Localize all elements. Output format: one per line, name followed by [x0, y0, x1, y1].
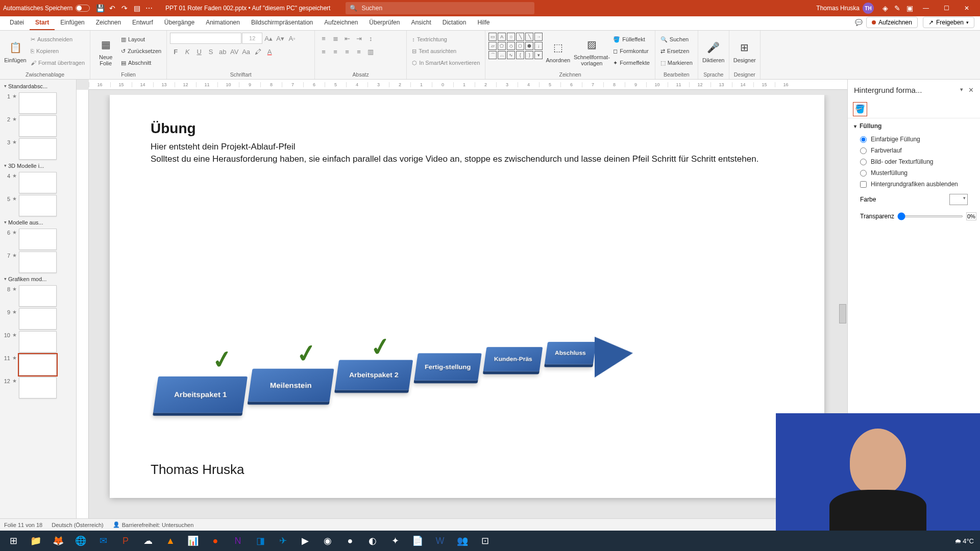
pen-icon[interactable]: ✎: [892, 3, 903, 14]
app-icon[interactable]: 📊: [182, 531, 204, 551]
slide-thumbnails[interactable]: Standardabsc... 1★ 2★ 3★ 3D Modelle i...…: [0, 80, 77, 539]
chrome-icon[interactable]: 🌐: [69, 531, 92, 551]
thumb-12[interactable]: 12★: [3, 377, 73, 398]
tab-datei[interactable]: Datei: [4, 16, 30, 30]
thumb-8[interactable]: 8★: [3, 285, 73, 307]
app-icon[interactable]: ✦: [384, 531, 406, 551]
comments-icon[interactable]: 💬: [855, 19, 863, 26]
powerpoint-icon[interactable]: P: [114, 531, 137, 551]
slide-canvas[interactable]: Übung Hier entsteht dein Projekt-Ablauf-…: [110, 95, 824, 498]
strike-button[interactable]: S: [205, 46, 216, 57]
scrollbar-vertical[interactable]: [839, 304, 846, 323]
app-icon[interactable]: ◐: [361, 531, 384, 551]
slide-author[interactable]: Thomas Hruska: [151, 462, 244, 478]
section-header[interactable]: Standardabsc...: [1, 82, 75, 91]
telegram-icon[interactable]: ✈: [272, 531, 294, 551]
thumb-10[interactable]: 10★: [3, 331, 73, 353]
color-picker[interactable]: [949, 194, 968, 205]
vscode-icon[interactable]: ◨: [249, 531, 272, 551]
user-account[interactable]: Thomas Hruska TH: [816, 3, 874, 14]
document-title[interactable]: PPT 01 Roter Faden 002.pptx • Auf "diese…: [165, 5, 330, 12]
numbering-button[interactable]: ≣: [330, 33, 341, 44]
align-left-button[interactable]: ≡: [318, 46, 329, 57]
reset-button[interactable]: ↺Zurücksetzen: [119, 45, 163, 57]
tab-ueberpruefen[interactable]: Überprüfen: [363, 16, 405, 30]
cut-button[interactable]: ✂Ausschneiden: [29, 34, 87, 45]
highlight-button[interactable]: 🖍: [252, 46, 263, 57]
thumb-3[interactable]: 3★: [3, 138, 73, 160]
word-icon[interactable]: W: [429, 531, 451, 551]
indent-right-button[interactable]: ⇥: [353, 33, 364, 44]
font-family-select[interactable]: [170, 33, 241, 44]
toggle-switch[interactable]: [76, 5, 90, 12]
opt-hide-graphics[interactable]: Hintergrundgrafiken ausblenden: [848, 179, 980, 190]
spacing-button[interactable]: AV: [229, 46, 240, 57]
arrow-graphic[interactable]: Arbeitspaket 1 Meilenstein Arbeitspaket …: [156, 314, 615, 437]
select-button[interactable]: ⬚Markieren: [658, 57, 695, 68]
tab-aufzeichnen[interactable]: Aufzeichnen: [318, 16, 363, 30]
replace-button[interactable]: ⇄Ersetzen: [658, 45, 695, 57]
onenote-icon[interactable]: N: [227, 531, 249, 551]
tab-einfuegen[interactable]: Einfügen: [55, 16, 90, 30]
paste-button[interactable]: 📋Einfügen: [3, 33, 28, 69]
tab-uebergaenge[interactable]: Übergänge: [159, 16, 200, 30]
slide-counter[interactable]: Folie 11 von 18: [4, 522, 42, 528]
opt-picture[interactable]: Bild- oder Texturfüllung: [848, 156, 980, 167]
fill-section-header[interactable]: Füllung: [848, 118, 980, 134]
shapes-gallery[interactable]: ▭A○╲╲→ ▱⬠◇⬡⬢↓ ⌒⌓∿{}▾: [488, 33, 543, 59]
thumb-5[interactable]: 5★: [3, 195, 73, 216]
tab-animationen[interactable]: Animationen: [200, 16, 246, 30]
section-header[interactable]: Modelle aus...: [1, 218, 75, 227]
weather-widget[interactable]: 🌧 4°C: [954, 537, 974, 545]
save-icon[interactable]: 💾: [94, 3, 106, 14]
tab-hilfe[interactable]: Hilfe: [472, 16, 495, 30]
align-right-button[interactable]: ≡: [341, 46, 353, 57]
quick-styles-button[interactable]: ▨Schnellformat-vorlagen: [573, 33, 610, 69]
transparency-slider[interactable]: [897, 215, 963, 217]
firefox-icon[interactable]: 🦊: [47, 531, 69, 551]
pane-options-icon[interactable]: ▾: [960, 86, 963, 94]
indent-left-button[interactable]: ⇤: [341, 33, 353, 44]
record-button[interactable]: Aufzeichnen: [866, 17, 918, 28]
case-button[interactable]: Aa: [240, 46, 252, 57]
arrange-button[interactable]: ⬚Anordnen: [544, 33, 572, 69]
slide-title[interactable]: Übung: [151, 120, 783, 137]
underline-button[interactable]: U: [193, 46, 205, 57]
tab-start[interactable]: Start: [30, 16, 55, 30]
grow-font-icon[interactable]: A▴: [263, 33, 274, 44]
opt-gradient[interactable]: Farbverlauf: [848, 145, 980, 156]
autosave-toggle[interactable]: Automatisches Speichern: [3, 5, 90, 12]
columns-button[interactable]: ▥: [365, 46, 376, 57]
opt-solid-fill[interactable]: Einfarbige Füllung: [848, 134, 980, 145]
font-size-select[interactable]: 12: [242, 33, 262, 44]
explorer-icon[interactable]: 📁: [24, 531, 47, 551]
tab-dictation[interactable]: Dictation: [437, 16, 472, 30]
align-text-button[interactable]: ⊟Text ausrichten: [410, 45, 482, 57]
section-header[interactable]: 3D Modelle i...: [1, 161, 75, 170]
dictate-button[interactable]: 🎤Diktieren: [701, 33, 726, 69]
app-icon[interactable]: ▶: [294, 531, 316, 551]
app-icon[interactable]: ●: [204, 531, 227, 551]
thumb-4[interactable]: 4★: [3, 172, 73, 193]
find-button[interactable]: 🔍Suchen: [658, 34, 695, 45]
minimize-button[interactable]: —: [916, 0, 936, 16]
align-center-button[interactable]: ≡: [330, 46, 341, 57]
font-color-button[interactable]: A: [264, 46, 275, 57]
vlc-icon[interactable]: ▲: [159, 531, 182, 551]
accessibility-status[interactable]: 👤Barrierefreiheit: Untersuchen: [113, 521, 194, 528]
maximize-button[interactable]: ☐: [936, 0, 957, 16]
slide-text-2[interactable]: Solltest du eine Herausforderung haben, …: [151, 153, 783, 165]
close-button[interactable]: ✕: [957, 0, 977, 16]
bullets-button[interactable]: ≡: [318, 33, 329, 44]
shrink-font-icon[interactable]: A▾: [275, 33, 286, 44]
thumb-11[interactable]: 11★: [3, 354, 73, 375]
more-icon[interactable]: ⋯: [143, 3, 155, 14]
pane-close-icon[interactable]: ✕: [968, 86, 974, 94]
search-input[interactable]: [361, 5, 530, 12]
diamond-icon[interactable]: ◈: [879, 3, 891, 14]
thumb-9[interactable]: 9★: [3, 308, 73, 330]
tab-zeichnen[interactable]: Zeichnen: [90, 16, 127, 30]
outlook-icon[interactable]: ✉: [92, 531, 114, 551]
app-icon[interactable]: 📄: [406, 531, 429, 551]
app-icon[interactable]: ●: [339, 531, 361, 551]
